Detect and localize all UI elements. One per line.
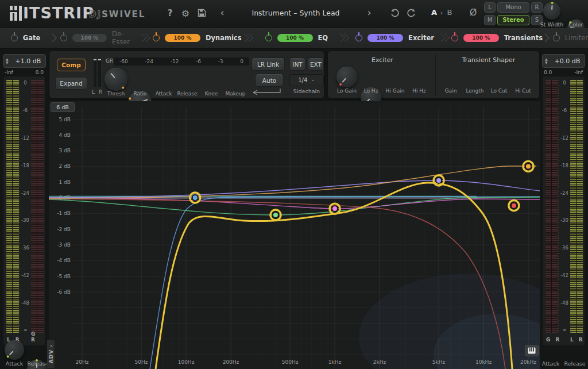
comp-button[interactable]: Comp <box>57 59 86 71</box>
y-tick-label: 0 dB <box>51 195 71 201</box>
chevron-down-icon: ⌄ <box>311 76 315 82</box>
panel-divider <box>435 55 436 96</box>
gr-scale: -60 -24 -12 -6 -3 0 <box>114 57 249 66</box>
db-range-button[interactable]: 6 dB <box>51 102 75 112</box>
exciter-mix-badge[interactable]: 100 % <box>368 34 403 42</box>
x-tick-label: 500Hz <box>277 359 303 365</box>
gr-meter <box>546 80 558 333</box>
preset-next-button[interactable]: › <box>365 7 373 18</box>
y-tick-label: 5 dB <box>51 117 71 122</box>
eq-mix-badge[interactable]: 100 % <box>277 34 313 42</box>
meter-l-tick <box>94 59 96 60</box>
auto-release-button[interactable]: Auto <box>255 74 284 87</box>
gain-stepper[interactable]: ▲▼ <box>3 57 11 64</box>
eq-curves-plot[interactable] <box>49 101 540 369</box>
high-shelf-control-point[interactable] <box>526 164 531 168</box>
module-dynamics[interactable]: 100 % Dynamics <box>151 28 243 48</box>
sidechain-filter-dropdown[interactable]: 1/4 ⌄ <box>289 74 324 86</box>
y-tick-label: -4 dB <box>51 257 71 263</box>
st-width-knob[interactable] <box>543 2 560 20</box>
exciter-power-icon[interactable] <box>355 34 362 41</box>
low-mid-bell-control-point[interactable] <box>273 213 278 217</box>
mid-button[interactable]: M <box>484 15 496 25</box>
transients-label[interactable]: Transients <box>504 34 543 42</box>
undo-icon[interactable] <box>390 9 400 20</box>
eq-label[interactable]: EQ <box>318 34 328 42</box>
gain-stepper[interactable]: ▲▼ <box>543 57 550 64</box>
input-gain-value-box[interactable]: ▲▼ +1.0 dB <box>3 54 46 68</box>
limiter-power-icon[interactable] <box>553 34 560 41</box>
channel-l-button[interactable]: L <box>484 2 496 13</box>
phase-invert-button[interactable]: Ø <box>468 7 478 18</box>
gate-power-icon[interactable] <box>11 34 18 41</box>
gate-label[interactable]: Gate <box>23 34 41 42</box>
dynamics-label[interactable]: Dynamics <box>206 34 242 42</box>
scale-tick: -42 <box>560 272 568 278</box>
release-label: Release <box>560 360 588 367</box>
module-gate[interactable]: Gate <box>0 28 51 48</box>
brand-logo: DJSWIVEL <box>89 9 145 20</box>
limiter-label[interactable]: Limiter <box>565 34 588 42</box>
sidechain-label: Sidechain <box>288 88 326 94</box>
preset-prev-button[interactable]: ‹ <box>218 7 226 18</box>
dynamics-mix-badge[interactable]: 100 % <box>165 34 200 42</box>
gain-label: Gain <box>437 88 465 94</box>
output-gain-value-box[interactable]: ▲▼ +0.0 dB <box>542 54 585 68</box>
y-tick-label: 4 dB <box>51 132 71 138</box>
high-bell-control-point[interactable] <box>436 178 441 183</box>
low-pass-control-point[interactable] <box>512 203 516 208</box>
meter-minmax-row: 0.0 -Inf <box>544 70 583 75</box>
channel-r-button[interactable]: R <box>531 2 543 13</box>
y-tick-label: 3 dB <box>51 148 71 153</box>
piano-keyboard-icon[interactable] <box>525 345 539 356</box>
dynamics-power-icon[interactable] <box>153 34 160 41</box>
gr-tick: -3 <box>218 57 223 66</box>
module-transients[interactable]: 100 % Transients <box>450 28 544 48</box>
module-exciter[interactable]: 100 % Exciter <box>350 28 440 48</box>
x-tick-label: 200Hz <box>218 359 243 365</box>
expand-button[interactable]: Expand <box>55 77 87 90</box>
module-eq[interactable]: 100 % EQ <box>254 28 339 48</box>
lr-link-button[interactable]: LR Link <box>252 57 285 71</box>
help-button[interactable]: ? <box>165 8 175 18</box>
exciter-label[interactable]: Exciter <box>408 34 434 42</box>
meter-scale: 0-6-12-18-24-30-36-42-48 ∞ <box>558 80 571 333</box>
settings-gear-icon[interactable]: ⚙ <box>180 8 191 19</box>
save-icon[interactable] <box>196 9 207 20</box>
advanced-settings-tab[interactable]: ADV › <box>47 339 55 369</box>
color-label: Color <box>562 21 588 28</box>
mid-bell-control-point[interactable] <box>332 206 337 211</box>
thresh-knob[interactable] <box>105 68 127 91</box>
meter-attack-knob[interactable] <box>5 340 24 360</box>
deesser-mix-badge[interactable]: 100 % <box>72 34 107 42</box>
preset-name[interactable]: Instrument – Synth Lead <box>230 9 362 17</box>
meter-scale: 0-6-12-18-24-30-36-42-48 ∞ <box>19 80 32 333</box>
ext-sidechain-button[interactable]: EXT <box>308 57 324 71</box>
module-separator-icon <box>440 33 450 43</box>
x-tick-label: 100Hz <box>173 359 199 365</box>
mono-button[interactable]: Mono <box>497 2 529 13</box>
eq-power-icon[interactable] <box>265 34 272 41</box>
scale-tick: -36 <box>21 245 29 251</box>
adv-label: ADV <box>48 349 54 363</box>
deesser-power-icon[interactable] <box>60 34 67 41</box>
module-deesser[interactable]: 100 % De-Esser <box>60 28 141 48</box>
ab-compare-b[interactable]: B <box>446 8 454 17</box>
input-gain-value: +1.0 dB <box>11 57 45 65</box>
transients-power-icon[interactable] <box>451 34 458 41</box>
auto-link-arrow-icon <box>249 87 283 95</box>
output-meter-panel: 0-6-12-18-24-30-36-42-48 ∞ G R L R <box>542 76 585 346</box>
stereo-button[interactable]: Stereo <box>497 15 529 25</box>
eq-graph[interactable]: 6 dB 5 dB4 dB3 dB2 dB1 dB0 dB-1 dB-2 dB-… <box>49 101 540 369</box>
int-sidechain-button[interactable]: INT <box>289 57 305 71</box>
ab-compare-a[interactable]: A <box>430 8 438 17</box>
transients-mix-badge[interactable]: 100 % <box>463 34 499 42</box>
exciter-lo-gain-knob[interactable] <box>336 67 357 87</box>
x-tick-label: 5kHz <box>426 359 451 365</box>
module-limiter[interactable]: Limiter <box>553 28 588 48</box>
high-pass-control-point[interactable] <box>193 195 198 200</box>
deesser-label[interactable]: De-Esser <box>112 30 141 46</box>
hitstrip-h-icon <box>9 5 23 21</box>
redo-icon[interactable] <box>407 9 416 20</box>
title-bar: ITSTRIP DJSWIVEL ? ⚙ ‹ Instrument – Synt… <box>0 0 588 28</box>
